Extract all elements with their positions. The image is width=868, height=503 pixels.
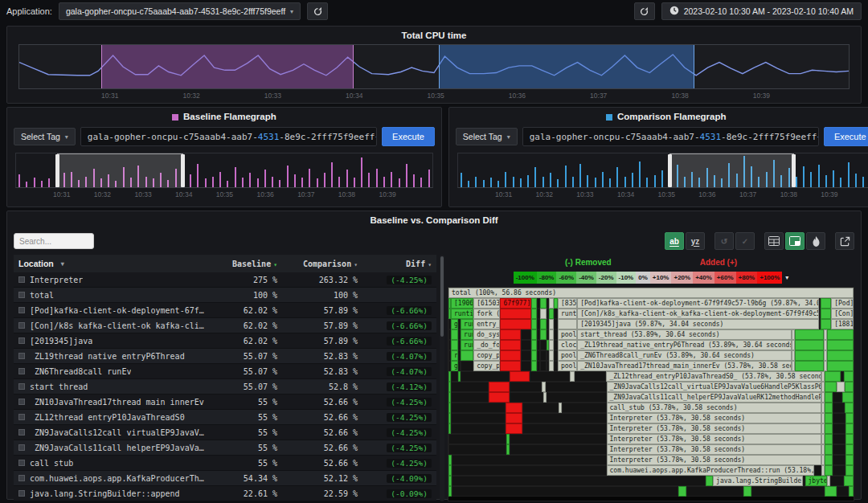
- flame-frame[interactable]: [510, 392, 543, 403]
- flame-frame[interactable]: [521, 340, 531, 350]
- flame-frame[interactable]: [531, 319, 537, 329]
- flame-frame[interactable]: [1881: [831, 319, 854, 329]
- flame-frame[interactable]: [821, 309, 831, 319]
- flame-frame[interactable]: [678, 486, 686, 497]
- flame-frame[interactable]: [540, 350, 547, 361]
- flame-frame[interactable]: [830, 476, 844, 486]
- flame-frame[interactable]: _ZN9JavaCalls11call_helperEP9JavaValueRK…: [607, 392, 821, 403]
- flame-frame[interactable]: [562, 403, 606, 413]
- flame-frame[interactable]: [825, 486, 837, 497]
- flame-frame[interactable]: [833, 465, 845, 476]
- flame-frame[interactable]: Interpreter (53.78%, 30.58 seconds): [607, 423, 821, 434]
- flame-frame[interactable]: entry_SYS: [473, 319, 500, 329]
- flame-frame[interactable]: gi: [451, 361, 458, 371]
- flame-frame[interactable]: [500, 350, 520, 361]
- flame-frame[interactable]: [540, 298, 547, 309]
- flame-frame[interactable]: [Con]/k8s_kafka-client-ok_kafka-client-o…: [577, 309, 818, 319]
- table-row[interactable]: [Con]/k8s_kafka-client-ok_kafka-client-o…: [14, 318, 436, 333]
- flame-frame[interactable]: [825, 455, 833, 465]
- chevron-down-icon[interactable]: ▾: [785, 274, 788, 281]
- flame-frame[interactable]: [814, 465, 821, 476]
- refresh-time-button[interactable]: [634, 2, 655, 20]
- flame-frame[interactable]: [531, 361, 537, 371]
- flame-frame[interactable]: [844, 476, 854, 486]
- table-row[interactable]: _ZN6Thread8call_runEv55.07 %52.83 %(-4.0…: [14, 364, 436, 379]
- diff-flamegraph[interactable]: total (100%, 56.86 seconds)[1906013]j[61…: [448, 287, 854, 501]
- flame-frame[interactable]: runt: [461, 329, 473, 340]
- flame-frame[interactable]: [845, 434, 854, 444]
- flame-frame[interactable]: _ZN10JavaThread17thread_main_innerEv (53…: [577, 361, 792, 371]
- flame-frame[interactable]: [Pod]ng: [831, 298, 854, 309]
- flame-frame[interactable]: [833, 444, 845, 455]
- flame-frame[interactable]: [452, 476, 706, 486]
- flame-frame[interactable]: [489, 382, 509, 392]
- flame-frame[interactable]: 67f977]k: [500, 298, 530, 309]
- flame-frame[interactable]: [531, 340, 537, 350]
- flame-frame[interactable]: [448, 434, 506, 444]
- flame-frame[interactable]: [540, 309, 547, 319]
- flame-frame[interactable]: [743, 486, 751, 497]
- flame-frame[interactable]: [451, 423, 506, 434]
- table-row[interactable]: _ZL19thread_native_entryP6Thread55.07 %5…: [14, 349, 436, 364]
- flame-frame[interactable]: [452, 465, 607, 476]
- brush-handle-left[interactable]: [668, 154, 672, 187]
- flame-frame[interactable]: [825, 465, 833, 476]
- column-header-diff[interactable]: Diff▾: [358, 260, 432, 268]
- flame-frame[interactable]: [510, 434, 607, 444]
- table-row[interactable]: start_thread55.07 %52.8 %(-4.12%): [14, 379, 436, 395]
- flame-frame[interactable]: [540, 329, 547, 340]
- time-brush[interactable]: [669, 153, 794, 187]
- flame-frame[interactable]: [522, 403, 559, 413]
- comparison-mini-chart[interactable]: [457, 153, 868, 188]
- table-row[interactable]: _ZN10JavaThread17thread_main_innerEv55 %…: [14, 395, 436, 410]
- flame-frame[interactable]: [837, 382, 845, 392]
- flame-frame[interactable]: [506, 423, 522, 434]
- flame-frame[interactable]: [510, 382, 542, 392]
- flame-frame[interactable]: [500, 309, 530, 319]
- export-button[interactable]: [835, 232, 854, 250]
- flame-frame[interactable]: [845, 382, 854, 392]
- flame-frame[interactable]: runt: [461, 340, 473, 350]
- flame-frame[interactable]: [500, 361, 520, 371]
- flame-frame[interactable]: [833, 455, 845, 465]
- flame-frame[interactable]: jbyte: [805, 476, 827, 486]
- flame-frame[interactable]: [522, 413, 607, 423]
- flame-frame[interactable]: [833, 434, 845, 444]
- flame-frame[interactable]: [461, 361, 473, 371]
- flame-frame[interactable]: [521, 329, 531, 340]
- flame-frame[interactable]: copy_page: [473, 361, 500, 371]
- table-scrollbar-thumb[interactable]: [440, 256, 444, 337]
- flame-frame[interactable]: [521, 350, 531, 361]
- table-row[interactable]: _ZN9JavaCalls11call_helperEP9JavaValueRK…: [14, 440, 436, 456]
- baseline-select-tag-button[interactable]: Select Tag ▾: [14, 128, 76, 145]
- flame-frame[interactable]: Interpreter (53.78%, 30.58 seconds): [607, 434, 821, 444]
- flame-frame[interactable]: [451, 340, 458, 350]
- table-row[interactable]: Interpreter275 %263.32 %(-4.25%): [14, 272, 436, 288]
- flame-frame[interactable]: [Con]: [831, 309, 854, 319]
- flame-frame[interactable]: [531, 329, 537, 340]
- table-row[interactable]: _ZL12thread_entryP10JavaThreadS0_55 %52.…: [14, 410, 436, 425]
- flame-frame[interactable]: [825, 413, 833, 423]
- search-input[interactable]: [14, 233, 94, 249]
- brush-handle-right[interactable]: [181, 154, 185, 187]
- flame-frame[interactable]: [844, 371, 854, 382]
- time-range-picker[interactable]: 2023-02-10 10:30 AM - 2023-02-10 10:40 A…: [661, 2, 862, 20]
- table-row[interactable]: call_stub55 %52.66 %(-4.25%): [14, 456, 436, 471]
- flame-frame[interactable]: [500, 340, 520, 350]
- table-row[interactable]: [2019345]java62.02 %57.89 %(-6.66%): [14, 333, 436, 349]
- confirm-button[interactable]: ✓: [735, 232, 755, 250]
- flame-frame[interactable]: [Pod]kafka-client-ok-deployment-67f9f49c…: [577, 298, 818, 309]
- flame-frame[interactable]: [83569: [558, 298, 577, 309]
- baseline-query-input[interactable]: gala-gopher-oncpu-c75aaab4-aab7-4531-8e9…: [80, 127, 377, 146]
- flame-frame[interactable]: [837, 486, 849, 497]
- flame-frame[interactable]: [461, 371, 509, 382]
- flame-frame[interactable]: [833, 403, 845, 413]
- table-row[interactable]: com.huawei.aops.app.KafkaProducerThread:…: [14, 471, 436, 486]
- flame-frame[interactable]: [540, 340, 547, 350]
- table-row[interactable]: [Pod]kafka-client-ok-deployment-67f9f49c…: [14, 303, 436, 318]
- flame-frame[interactable]: [530, 371, 570, 382]
- flame-frame[interactable]: [489, 392, 509, 403]
- column-header-baseline[interactable]: Baseline▾: [207, 260, 277, 268]
- flame-frame[interactable]: [825, 403, 833, 413]
- flame-frame[interactable]: [521, 361, 531, 371]
